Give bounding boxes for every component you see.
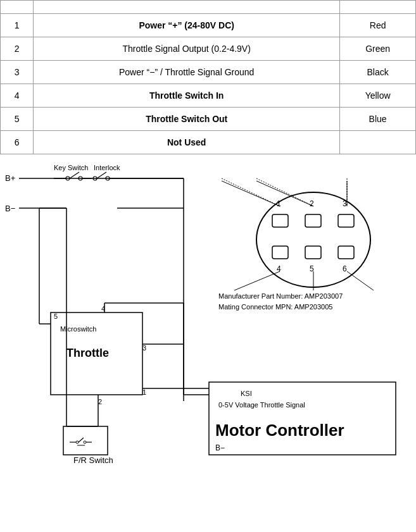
svg-text:Key Switch: Key Switch [54,164,88,171]
svg-text:1: 1 [142,388,146,396]
cell-number: 2 [1,37,34,61]
svg-text:Motor Controller: Motor Controller [215,421,344,440]
bplus-label: B+ [5,173,15,183]
svg-text:5: 5 [54,312,58,320]
svg-point-36 [76,441,79,443]
bminus-label: B− [5,204,15,213]
table-row: 3Power “−” / Throttle Signal GroundBlack [1,61,416,84]
table-row: 5Throttle Switch OutBlue [1,108,416,131]
svg-text:Mating Connector MPN: AMP20300: Mating Connector MPN: AMP203005 [218,303,332,311]
cell-function: Power “+” (24-80V DC) [34,14,340,37]
cell-number: 4 [1,84,34,108]
svg-rect-34 [63,426,108,455]
svg-text:3: 3 [142,344,146,352]
svg-text:3: 3 [343,199,347,208]
table-row: 2Throttle Signal Output (0.2-4.9V)Green [1,37,416,61]
cell-number: 1 [1,14,34,37]
col-header-wirecolor [340,1,416,14]
cell-wirecolor [340,131,416,154]
svg-line-11 [97,172,106,178]
cell-number: 5 [1,108,34,131]
svg-rect-54 [272,246,288,259]
svg-rect-52 [305,214,321,227]
table-row: 6Not Used [1,131,416,154]
svg-text:F/R Switch: F/R Switch [73,455,113,464]
svg-rect-42 [209,382,396,455]
cell-function: Not Used [34,131,340,154]
svg-line-71 [222,178,280,206]
svg-line-68 [347,271,374,290]
svg-text:2: 2 [310,199,314,208]
table-row: 1Power “+” (24-80V DC)Red [1,14,416,37]
wire-table: 1Power “+” (24-80V DC)Red2Throttle Signa… [0,0,416,154]
cell-wirecolor: Yellow [340,84,416,108]
svg-text:B−: B− [215,443,225,452]
svg-text:1: 1 [277,199,281,208]
svg-text:Interlock: Interlock [94,164,120,171]
table-row: 4Throttle Switch InYellow [1,84,416,108]
svg-text:Throttle: Throttle [66,347,109,359]
svg-line-6 [70,172,79,178]
wiring-diagram: B+ B− Key Switch Interlock Microswitch T… [0,154,416,464]
svg-line-66 [234,271,280,290]
cell-function: Throttle Signal Output (0.2-4.9V) [34,37,340,61]
cell-wirecolor: Green [340,37,416,61]
svg-line-64 [256,181,313,206]
svg-rect-51 [272,214,288,227]
col-header-function [34,1,340,14]
svg-text:0-5V Voltage Throttle Signal: 0-5V Voltage Throttle Signal [218,401,305,409]
cell-wirecolor: Red [340,14,416,37]
svg-line-37 [79,438,84,442]
svg-text:Manufacturer Part Number: AMP2: Manufacturer Part Number: AMP203007 [218,292,343,300]
cell-wirecolor: Blue [340,108,416,131]
col-header-number [1,1,34,14]
cell-function: Power “−” / Throttle Signal Ground [34,61,340,84]
cell-number: 3 [1,61,34,84]
cell-function: Throttle Switch Out [34,108,340,131]
svg-line-63 [222,181,280,206]
svg-point-38 [84,441,86,443]
cell-number: 6 [1,131,34,154]
svg-text:KSI: KSI [241,390,252,397]
svg-rect-53 [338,214,354,227]
svg-rect-56 [338,246,354,259]
svg-text:6: 6 [343,264,347,273]
svg-rect-55 [305,246,321,259]
cell-function: Throttle Switch In [34,84,340,108]
svg-text:2: 2 [98,398,102,405]
cell-wirecolor: Black [340,61,416,84]
svg-text:Microswitch: Microswitch [60,325,96,333]
